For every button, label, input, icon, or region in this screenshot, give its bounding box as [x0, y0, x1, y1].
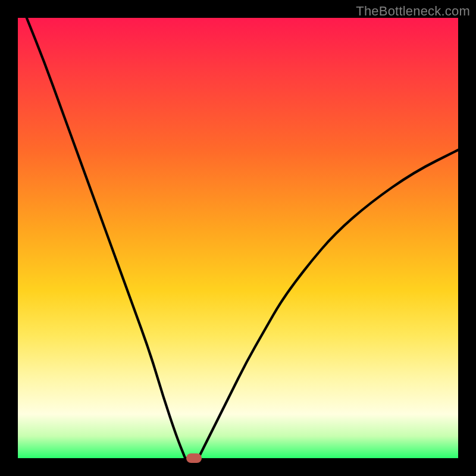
chart-plot-area [18, 18, 458, 458]
curve-path [27, 18, 458, 458]
optimal-point-marker [186, 453, 202, 463]
chart-frame: TheBottleneck.com [0, 0, 476, 476]
bottleneck-curve [18, 18, 458, 458]
watermark-text: TheBottleneck.com [356, 4, 470, 19]
